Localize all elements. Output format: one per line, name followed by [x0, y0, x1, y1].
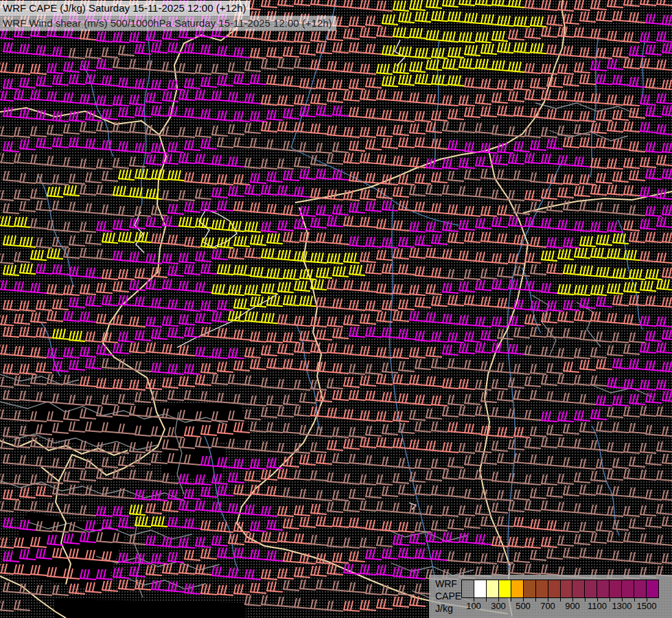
wind-barb-row	[96, 501, 277, 516]
legend-swatch	[597, 580, 610, 597]
legend-swatch	[622, 580, 634, 597]
white-border	[199, 209, 237, 247]
wind-barb-layer	[0, 0, 672, 611]
legend-tick-label: 1500	[637, 601, 657, 611]
legend-swatch	[548, 580, 561, 597]
wind-barb-row	[261, 122, 640, 137]
river	[590, 38, 599, 177]
legend-tick-label: 1300	[612, 601, 632, 611]
legend-colorbar	[461, 580, 659, 598]
legend-swatch	[634, 580, 647, 597]
no-cape-patches	[5, 398, 251, 618]
wind-barb-row	[343, 596, 426, 611]
wind-barb-row	[376, 58, 524, 74]
legend-tick	[634, 598, 635, 602]
wind-barb-row	[316, 390, 448, 406]
wind-barb-row	[343, 153, 672, 169]
wind-barb-row	[310, 407, 409, 422]
country-border	[0, 576, 66, 618]
wind-barb-row	[382, 11, 546, 27]
legend-swatch	[585, 580, 597, 597]
map-canvas	[0, 0, 672, 618]
legend-tick	[560, 598, 561, 602]
wind-barb-row	[349, 106, 645, 122]
black-patch	[55, 599, 246, 618]
legend-swatch	[536, 580, 548, 597]
title-overlay: WRF CAPE (J/kg) Saturday 15-11-2025 12:0…	[0, 1, 336, 31]
wind-barb-row	[541, 409, 607, 422]
wind-barb-row	[393, 27, 508, 43]
legend-tick	[535, 598, 536, 602]
legend-swatch	[572, 580, 585, 597]
legend-swatch	[474, 580, 487, 597]
wind-barb-row	[69, 45, 135, 58]
legend-swatch	[487, 580, 499, 597]
legend-tick	[585, 598, 586, 602]
legend-swatch	[462, 580, 474, 597]
white-border	[135, 211, 144, 253]
wind-barb-row	[47, 185, 162, 199]
legend-tick	[511, 598, 511, 602]
river	[641, 41, 645, 103]
legend-tick	[486, 598, 487, 602]
cape-legend: WRF CAPE J/kg 10030050070090011001300150…	[429, 575, 672, 618]
legend-tick-label: 300	[491, 601, 506, 611]
legend-label-line-wrf: WRF	[435, 577, 461, 590]
legend-tick	[610, 598, 610, 602]
wind-barb-row	[47, 279, 442, 295]
wind-barb-row	[266, 74, 672, 90]
wind-barb-row	[524, 344, 640, 358]
wind-barb-row	[448, 548, 672, 564]
wind-barb-row	[448, 264, 546, 279]
legend-swatch	[511, 580, 524, 597]
wind-barb-row	[310, 185, 640, 201]
wind-barb-row	[640, 122, 672, 135]
wind-barb-row	[228, 248, 672, 264]
legend-swatch	[610, 580, 622, 597]
wind-barb-row	[30, 218, 96, 232]
wind-barb-row	[349, 137, 645, 152]
wind-barb-row	[497, 327, 645, 343]
wind-barb-row	[113, 249, 228, 264]
title-windshear-line: WRF Wind shear (m/s) 500/1000hPa Saturda…	[0, 16, 336, 31]
legend-tick-label: 100	[466, 601, 481, 611]
wind-barb-row	[393, 0, 524, 11]
wind-barb-row	[228, 311, 277, 323]
legend-label-line-unit: J/kg	[435, 602, 461, 615]
legend-swatch	[499, 580, 511, 597]
legend-label: WRF CAPE J/kg	[435, 577, 461, 615]
wind-barb-row	[211, 279, 672, 295]
wind-barb-row	[129, 505, 146, 515]
wind-barb-row	[596, 391, 672, 406]
wind-barb-row	[52, 329, 85, 341]
legend-swatch	[647, 580, 658, 597]
wind-barb-row	[80, 564, 426, 580]
wind-barb-row	[0, 374, 607, 390]
title-cape-line: WRF CAPE (J/kg) Saturday 15-11-2025 12:0…	[0, 1, 250, 16]
wind-barb-row	[102, 264, 672, 279]
wind-barb-row	[118, 169, 184, 181]
legend-swatch	[524, 580, 536, 597]
wind-barb-row	[327, 437, 459, 453]
legend-label-line-cape: CAPE	[435, 590, 461, 602]
wind-barb-row	[244, 469, 294, 481]
wind-barb-row	[151, 580, 200, 594]
wind-barb-row	[52, 485, 672, 501]
wind-barb-row	[607, 378, 672, 390]
wind-barb-row	[113, 58, 310, 74]
wind-barb-row	[382, 74, 464, 87]
legend-tick-label: 700	[540, 601, 555, 611]
wind-barb-row	[261, 90, 640, 106]
wind-barb-row	[211, 185, 672, 199]
wind-barb-row	[36, 234, 102, 248]
wind-barb-row	[382, 43, 546, 58]
admin-border	[590, 385, 652, 397]
wind-barb-row	[3, 264, 662, 279]
wrf-map: WRF CAPE (J/kg) Saturday 15-11-2025 12:0…	[0, 0, 672, 618]
legend-swatch	[561, 580, 573, 597]
legend-tick-label: 1100	[588, 601, 607, 611]
wind-barb-row	[233, 295, 316, 309]
legend-tick-label: 900	[565, 601, 580, 611]
white-border	[177, 294, 278, 347]
wind-barb-row	[135, 516, 167, 527]
